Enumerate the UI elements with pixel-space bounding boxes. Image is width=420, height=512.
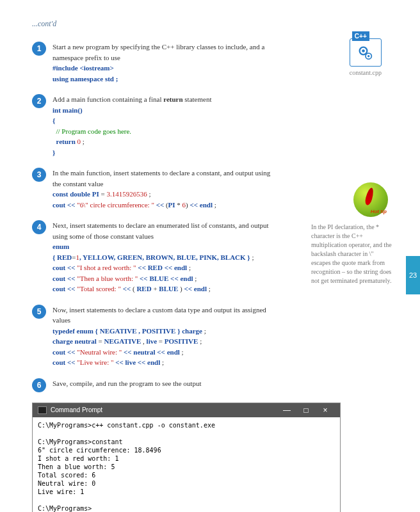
step-text: Now, insert statements to declare a cust…: [52, 305, 275, 368]
page-number-tab: 23: [406, 256, 420, 294]
step-text: In the main function, insert statements …: [52, 168, 275, 210]
step-text: Start a new program by specifying the C+…: [52, 42, 275, 84]
step-6: 6Save, compile, and run the program to s…: [32, 378, 275, 392]
contd-header: ...cont'd: [32, 19, 394, 29]
svg-point-3: [368, 55, 370, 58]
step-text: Add a main function containing a final r…: [52, 94, 211, 157]
cmd-output: C:\MyPrograms>c++ constant.cpp -o consta…: [33, 417, 340, 513]
file-icon-block: C++ constant.cpp: [350, 38, 382, 76]
tip-label: Hot tip: [371, 209, 387, 214]
cmd-icon: [38, 406, 47, 414]
tip-text: In the PI declaration, the * character i…: [311, 223, 394, 285]
minimize-button[interactable]: —: [277, 406, 296, 415]
step-4: 4Next, insert statements to declare an e…: [32, 220, 275, 294]
step-text: Next, insert statements to declare an en…: [52, 220, 275, 294]
gear-icon: [357, 44, 375, 62]
file-lang-tab: C++: [352, 31, 369, 41]
step-3: 3In the main function, insert statements…: [32, 168, 275, 210]
step-number: 1: [32, 42, 46, 56]
close-button[interactable]: ×: [316, 406, 335, 415]
step-text: Save, compile, and run the program to se…: [52, 378, 201, 392]
command-prompt-window: Command Prompt — □ × C:\MyPrograms>c++ c…: [32, 403, 341, 513]
chili-icon: [364, 187, 375, 206]
maximize-button[interactable]: □: [296, 406, 316, 415]
step-number: 3: [32, 168, 46, 182]
step-1: 1Start a new program by specifying the C…: [32, 42, 275, 84]
step-number: 2: [32, 94, 46, 108]
step-number: 4: [32, 220, 46, 234]
step-number: 6: [32, 378, 46, 392]
file-name: constant.cpp: [350, 69, 382, 76]
step-code: typedef enum { NEGATIVE , POSITIVE } cha…: [52, 326, 275, 368]
step-code: int main(){ // Program code goes here. r…: [52, 105, 211, 158]
step-code: const double PI = 3.1415926536 ;cout << …: [52, 189, 275, 210]
step-code: enum{ RED=1, YELLOW, GREEN, BROWN, BLUE,…: [52, 241, 275, 294]
cmd-title: Command Prompt: [51, 406, 277, 413]
step-number: 5: [32, 305, 46, 319]
step-code: #include <iostream>using namespace std ;: [52, 63, 275, 84]
svg-point-2: [362, 49, 365, 52]
hot-tip-badge: Hot tip: [353, 182, 388, 217]
step-5: 5Now, insert statements to declare a cus…: [32, 305, 275, 368]
step-2: 2Add a main function containing a final …: [32, 94, 275, 157]
